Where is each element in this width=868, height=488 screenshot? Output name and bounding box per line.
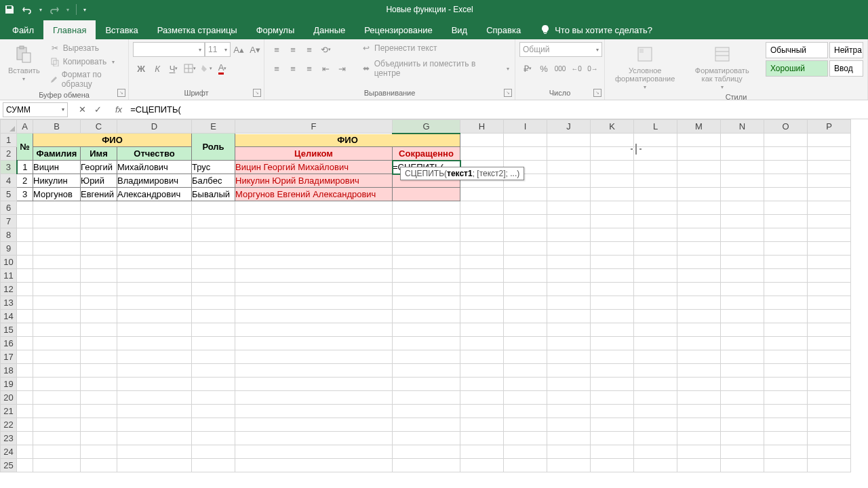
cell[interactable] bbox=[504, 323, 547, 337]
cell[interactable] bbox=[460, 459, 504, 472]
cell[interactable]: ФИО bbox=[235, 134, 460, 147]
cell[interactable] bbox=[17, 459, 33, 472]
col-header-C[interactable]: C bbox=[81, 120, 117, 134]
cell[interactable] bbox=[547, 134, 591, 147]
cell[interactable] bbox=[33, 337, 81, 350]
cell[interactable] bbox=[634, 445, 677, 459]
cell[interactable] bbox=[393, 201, 460, 215]
cell[interactable] bbox=[117, 432, 192, 445]
cell[interactable] bbox=[460, 445, 504, 459]
cell[interactable] bbox=[117, 391, 192, 405]
cell[interactable] bbox=[547, 459, 591, 472]
cell[interactable] bbox=[33, 228, 81, 242]
cell[interactable]: Роль bbox=[192, 134, 235, 161]
cell[interactable] bbox=[721, 188, 764, 201]
row-header-16[interactable]: 16 bbox=[1, 337, 17, 350]
col-header-K[interactable]: K bbox=[591, 120, 634, 134]
cell[interactable] bbox=[504, 215, 547, 228]
row-header-13[interactable]: 13 bbox=[1, 296, 17, 310]
cell[interactable] bbox=[808, 283, 851, 296]
row-header-23[interactable]: 23 bbox=[1, 432, 17, 445]
cell[interactable] bbox=[591, 215, 634, 228]
cell[interactable] bbox=[81, 405, 117, 418]
cell[interactable] bbox=[591, 283, 634, 296]
cell[interactable] bbox=[504, 350, 547, 364]
cell[interactable] bbox=[460, 283, 504, 296]
cell[interactable] bbox=[117, 445, 192, 459]
tab-home[interactable]: Главная bbox=[43, 20, 96, 39]
cell[interactable] bbox=[547, 242, 591, 256]
cell[interactable] bbox=[33, 418, 81, 432]
cell[interactable] bbox=[33, 350, 81, 364]
cell[interactable] bbox=[808, 459, 851, 472]
cell[interactable] bbox=[235, 269, 393, 283]
cell[interactable] bbox=[634, 323, 677, 337]
cell[interactable]: Никулин Юрий Владимирович bbox=[235, 174, 393, 188]
cell[interactable] bbox=[460, 256, 504, 269]
cell[interactable] bbox=[460, 364, 504, 378]
cell[interactable] bbox=[764, 215, 808, 228]
cell[interactable] bbox=[504, 283, 547, 296]
cell[interactable] bbox=[117, 459, 192, 472]
cell[interactable] bbox=[808, 256, 851, 269]
cell[interactable] bbox=[764, 256, 808, 269]
col-header-O[interactable]: O bbox=[764, 120, 808, 134]
cell[interactable] bbox=[808, 242, 851, 256]
cell[interactable] bbox=[634, 188, 677, 201]
cell[interactable] bbox=[17, 337, 33, 350]
cell[interactable] bbox=[808, 161, 851, 174]
cell[interactable] bbox=[192, 459, 235, 472]
cell[interactable] bbox=[764, 296, 808, 310]
cell[interactable] bbox=[721, 323, 764, 337]
cell[interactable] bbox=[393, 269, 460, 283]
cell[interactable] bbox=[504, 337, 547, 350]
font-dialog-icon[interactable]: ↘ bbox=[253, 89, 261, 97]
row-header-5[interactable]: 5 bbox=[1, 188, 17, 201]
cell[interactable] bbox=[764, 350, 808, 364]
cell[interactable] bbox=[634, 310, 677, 323]
qat-customize-icon[interactable]: ▾ bbox=[83, 7, 86, 13]
cell[interactable] bbox=[764, 188, 808, 201]
cell[interactable] bbox=[721, 445, 764, 459]
cell[interactable]: Имя bbox=[81, 147, 117, 161]
cell[interactable] bbox=[764, 269, 808, 283]
row-header-6[interactable]: 6 bbox=[1, 201, 17, 215]
cell[interactable] bbox=[81, 432, 117, 445]
alignment-dialog-icon[interactable]: ↘ bbox=[504, 89, 512, 97]
cell[interactable] bbox=[33, 405, 81, 418]
cell[interactable] bbox=[235, 323, 393, 337]
cell[interactable] bbox=[634, 418, 677, 432]
cell[interactable] bbox=[117, 323, 192, 337]
cell[interactable] bbox=[808, 228, 851, 242]
row-header-7[interactable]: 7 bbox=[1, 215, 17, 228]
cell[interactable] bbox=[235, 378, 393, 391]
cell[interactable] bbox=[547, 337, 591, 350]
cell[interactable] bbox=[547, 323, 591, 337]
cell[interactable]: Евгений bbox=[81, 188, 117, 201]
cell[interactable] bbox=[634, 432, 677, 445]
tab-formulas[interactable]: Формулы bbox=[247, 20, 304, 39]
cell[interactable] bbox=[393, 310, 460, 323]
row-header-4[interactable]: 4 bbox=[1, 174, 17, 188]
cell[interactable] bbox=[634, 161, 677, 174]
cell[interactable] bbox=[591, 350, 634, 364]
cell[interactable] bbox=[192, 283, 235, 296]
cell[interactable] bbox=[393, 337, 460, 350]
cell[interactable] bbox=[634, 269, 677, 283]
cell[interactable]: Моргунов Евгений Александрович bbox=[235, 188, 393, 201]
tab-insert[interactable]: Вставка bbox=[96, 20, 147, 39]
col-header-I[interactable]: I bbox=[504, 120, 547, 134]
cell[interactable] bbox=[192, 378, 235, 391]
cell[interactable] bbox=[677, 269, 721, 283]
cell[interactable] bbox=[460, 337, 504, 350]
cell[interactable] bbox=[81, 391, 117, 405]
cell[interactable] bbox=[547, 296, 591, 310]
col-header-P[interactable]: P bbox=[808, 120, 851, 134]
cell[interactable] bbox=[808, 350, 851, 364]
cell[interactable] bbox=[808, 323, 851, 337]
cell[interactable] bbox=[504, 378, 547, 391]
row-header-25[interactable]: 25 bbox=[1, 459, 17, 472]
cell[interactable] bbox=[591, 296, 634, 310]
cell[interactable] bbox=[764, 201, 808, 215]
cell[interactable] bbox=[677, 418, 721, 432]
